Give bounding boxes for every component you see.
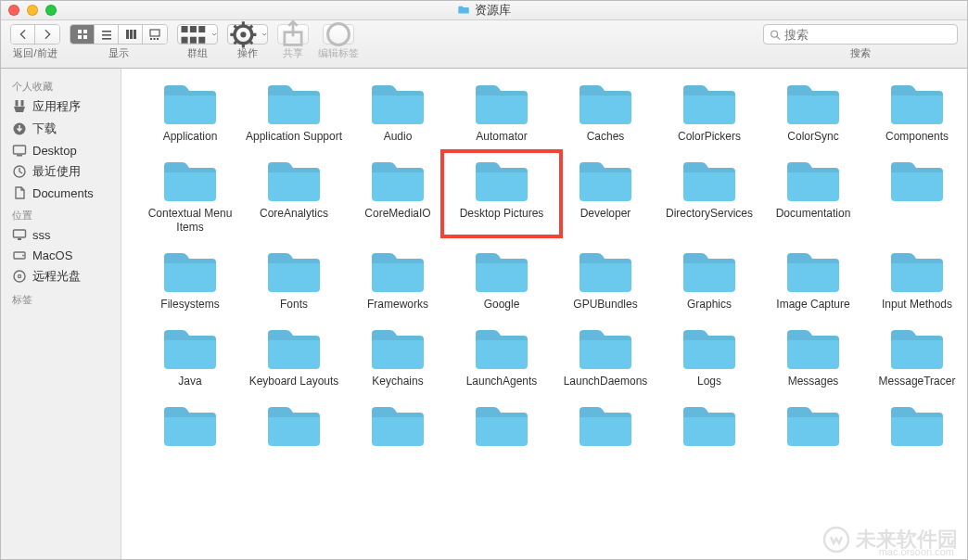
share-label: 共享 [283,46,303,60]
sidebar-item[interactable]: 应用程序 [1,95,121,118]
action-button[interactable] [227,24,268,45]
folder-item[interactable]: Application [138,78,242,144]
folder-item[interactable]: Documentation [761,155,865,235]
sidebar-item[interactable]: MacOS [1,245,121,265]
folder-item[interactable] [865,400,967,465]
view-list-button[interactable] [95,25,119,44]
folder-label: CoreMediaIO [364,207,430,221]
folder-item[interactable]: Developer [554,155,657,235]
folder-label: Audio [384,130,413,144]
folder-icon [472,155,531,203]
folder-item[interactable]: ColorSync [761,78,865,144]
disk-icon [12,248,27,262]
folder-item[interactable]: Google [450,246,554,312]
window-title: 资源库 [458,2,511,19]
folder-item[interactable]: Components [865,78,967,144]
edit-tags-button[interactable] [323,24,354,45]
folder-item[interactable]: Graphics [657,246,761,312]
minimize-button[interactable] [27,5,38,16]
window-title-text: 资源库 [475,2,511,19]
sidebar-item[interactable]: sss [1,224,121,245]
folder-label: CoreAnalytics [260,207,328,221]
chevron-right-icon [41,28,54,41]
folder-label: Logs [697,375,721,388]
list-icon [100,28,113,41]
tags-label: 编辑标签 [318,46,359,60]
folder-item[interactable]: MessageTracer [865,323,967,388]
folder-icon [472,323,531,371]
search-field[interactable] [763,24,958,45]
folder-item[interactable] [865,155,967,235]
sidebar-item[interactable]: Desktop [1,140,121,160]
folder-item[interactable]: Application Support [242,78,346,144]
sidebar-heading: 个人收藏 [1,74,121,95]
folder-item[interactable] [761,400,865,465]
folder-item[interactable]: Input Methods [865,246,967,312]
folder-item[interactable] [657,400,761,465]
folder-item[interactable]: Messages [761,323,865,388]
group-icon [178,19,209,50]
folder-icon [576,400,635,448]
folder-icon [576,78,635,126]
window-controls [8,5,57,16]
doc-icon [12,185,27,200]
folder-item[interactable]: Frameworks [346,246,450,312]
folder-item[interactable]: Keyboard Layouts [242,323,346,388]
folder-item[interactable]: Caches [554,78,657,144]
folder-label: Application Support [246,130,342,144]
folder-item[interactable]: Filesystems [138,246,242,312]
sidebar-item[interactable]: 远程光盘 [1,265,121,287]
folder-item[interactable]: Audio [346,78,450,144]
view-icons-button[interactable] [70,25,95,44]
view-gallery-button[interactable] [143,25,167,44]
nav-label: 返回/前进 [13,46,57,60]
folder-icon [887,78,947,126]
group-button[interactable] [177,24,218,45]
maximize-button[interactable] [45,5,57,16]
folder-item[interactable]: Contextual Menu Items [138,155,242,235]
desktop-icon [12,143,27,158]
folder-item[interactable]: LaunchDaemons [554,323,657,388]
folder-item[interactable] [346,400,450,465]
sidebar-item[interactable]: 最近使用 [1,160,121,183]
sidebar-item[interactable]: Documents [1,183,121,203]
watermark-icon [822,526,850,554]
folder-label: Automator [476,130,527,144]
share-button[interactable] [277,24,309,45]
display-icon [12,227,27,242]
close-button[interactable] [8,5,19,16]
forward-button[interactable] [35,25,59,44]
folder-label: Keychains [372,375,423,388]
folder-item[interactable] [242,400,346,465]
folder-item[interactable]: Java [138,323,242,388]
folder-item[interactable]: LaunchAgents [450,323,554,388]
search-icon [770,29,781,41]
folder-item[interactable] [138,400,242,465]
folder-icon [472,400,531,448]
folder-label: Keyboard Layouts [249,375,339,388]
folder-item[interactable]: CoreAnalytics [242,155,346,235]
folder-label: Graphics [687,298,732,312]
folder-item[interactable]: ColorPickers [657,78,761,144]
columns-icon [124,28,137,41]
folder-item[interactable] [554,400,657,465]
folder-item[interactable]: Fonts [242,246,346,312]
folder-label: Contextual Menu Items [140,207,240,235]
tags-group: 编辑标签 [318,24,359,60]
folder-icon [887,246,947,294]
folder-item[interactable]: Automator [450,78,554,144]
view-columns-button[interactable] [119,25,143,44]
folder-icon [783,78,843,126]
folder-item[interactable]: Logs [657,323,761,388]
search-input[interactable] [784,28,951,42]
folder-item[interactable] [450,400,554,465]
folder-item[interactable]: Image Capture [761,246,865,312]
folder-item[interactable]: DirectoryServices [657,155,761,235]
back-button[interactable] [11,25,35,44]
folder-icon [368,155,427,203]
sidebar-item[interactable]: 下载 [1,118,121,140]
folder-item[interactable]: CoreMediaIO [346,155,450,235]
folder-item[interactable]: Desktop Pictures [450,155,554,235]
folder-item[interactable]: GPUBundles [554,246,657,312]
folder-item[interactable]: Keychains [346,323,450,388]
